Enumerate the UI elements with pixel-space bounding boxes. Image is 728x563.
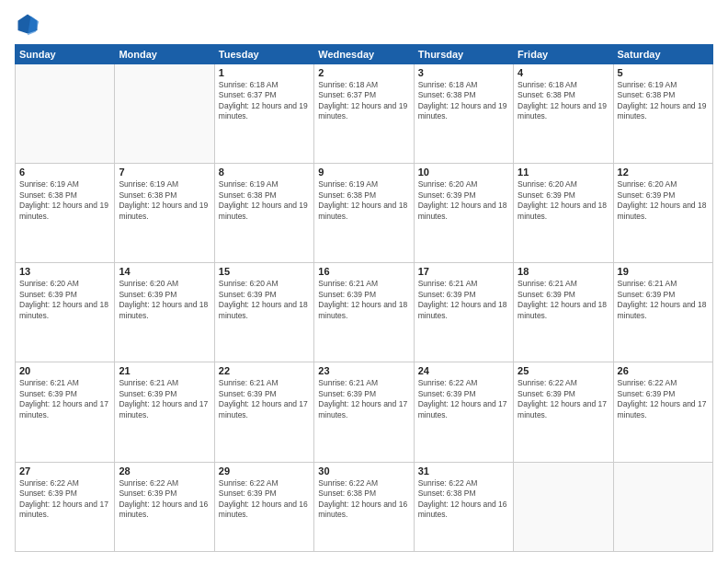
day-info: Sunrise: 6:20 AM Sunset: 6:39 PM Dayligh… — [518, 179, 609, 222]
calendar-cell: 1Sunrise: 6:18 AM Sunset: 6:37 PM Daylig… — [214, 64, 313, 164]
calendar-cell: 28Sunrise: 6:22 AM Sunset: 6:39 PM Dayli… — [115, 462, 214, 551]
day-number: 1 — [219, 67, 310, 78]
calendar-cell: 22Sunrise: 6:21 AM Sunset: 6:39 PM Dayli… — [214, 362, 313, 462]
day-number: 26 — [618, 365, 709, 376]
weekday-header-thursday: Thursday — [414, 45, 513, 64]
calendar-cell: 19Sunrise: 6:21 AM Sunset: 6:39 PM Dayli… — [613, 263, 712, 362]
day-number: 3 — [418, 67, 509, 78]
day-info: Sunrise: 6:22 AM Sunset: 6:38 PM Dayligh… — [318, 478, 409, 521]
calendar-cell: 27Sunrise: 6:22 AM Sunset: 6:39 PM Dayli… — [16, 462, 115, 551]
day-info: Sunrise: 6:20 AM Sunset: 6:39 PM Dayligh… — [119, 279, 210, 321]
calendar-cell: 30Sunrise: 6:22 AM Sunset: 6:38 PM Dayli… — [314, 462, 414, 551]
calendar-cell: 13Sunrise: 6:20 AM Sunset: 6:39 PM Dayli… — [16, 263, 115, 362]
day-number: 30 — [318, 465, 409, 477]
calendar-cell: 15Sunrise: 6:20 AM Sunset: 6:39 PM Dayli… — [214, 263, 313, 362]
calendar-cell — [514, 462, 613, 551]
calendar-cell: 18Sunrise: 6:21 AM Sunset: 6:39 PM Dayli… — [514, 263, 613, 362]
day-info: Sunrise: 6:22 AM Sunset: 6:39 PM Dayligh… — [518, 378, 609, 420]
logo — [15, 11, 44, 37]
day-info: Sunrise: 6:18 AM Sunset: 6:38 PM Dayligh… — [518, 80, 609, 122]
day-info: Sunrise: 6:18 AM Sunset: 6:37 PM Dayligh… — [219, 80, 310, 122]
day-number: 14 — [119, 266, 210, 277]
day-number: 8 — [219, 167, 310, 178]
calendar-cell: 20Sunrise: 6:21 AM Sunset: 6:39 PM Dayli… — [16, 362, 115, 462]
week-row-3: 20Sunrise: 6:21 AM Sunset: 6:39 PM Dayli… — [16, 362, 713, 462]
day-info: Sunrise: 6:21 AM Sunset: 6:39 PM Dayligh… — [518, 279, 609, 321]
calendar-cell: 7Sunrise: 6:19 AM Sunset: 6:38 PM Daylig… — [115, 164, 214, 263]
weekday-header-friday: Friday — [514, 45, 613, 64]
day-info: Sunrise: 6:20 AM Sunset: 6:39 PM Dayligh… — [219, 279, 310, 321]
calendar-cell: 26Sunrise: 6:22 AM Sunset: 6:39 PM Dayli… — [613, 362, 712, 462]
day-info: Sunrise: 6:19 AM Sunset: 6:38 PM Dayligh… — [318, 179, 409, 222]
calendar-cell: 31Sunrise: 6:22 AM Sunset: 6:38 PM Dayli… — [414, 462, 513, 551]
day-number: 28 — [119, 465, 210, 477]
day-number: 25 — [518, 365, 609, 376]
day-number: 13 — [19, 266, 110, 277]
day-info: Sunrise: 6:21 AM Sunset: 6:39 PM Dayligh… — [618, 279, 709, 321]
day-number: 29 — [219, 465, 310, 477]
weekday-header-sunday: Sunday — [16, 45, 115, 64]
day-number: 16 — [318, 266, 409, 277]
week-row-2: 13Sunrise: 6:20 AM Sunset: 6:39 PM Dayli… — [16, 263, 713, 362]
week-row-4: 27Sunrise: 6:22 AM Sunset: 6:39 PM Dayli… — [16, 462, 713, 551]
day-info: Sunrise: 6:22 AM Sunset: 6:39 PM Dayligh… — [119, 478, 210, 521]
day-number: 5 — [618, 67, 709, 78]
calendar-cell: 21Sunrise: 6:21 AM Sunset: 6:39 PM Dayli… — [115, 362, 214, 462]
calendar-cell: 9Sunrise: 6:19 AM Sunset: 6:38 PM Daylig… — [314, 164, 414, 263]
day-info: Sunrise: 6:21 AM Sunset: 6:39 PM Dayligh… — [418, 279, 509, 321]
calendar-cell: 14Sunrise: 6:20 AM Sunset: 6:39 PM Dayli… — [115, 263, 214, 362]
calendar-cell: 16Sunrise: 6:21 AM Sunset: 6:39 PM Dayli… — [314, 263, 414, 362]
day-info: Sunrise: 6:21 AM Sunset: 6:39 PM Dayligh… — [119, 378, 210, 420]
day-number: 4 — [518, 67, 609, 78]
weekday-header-saturday: Saturday — [613, 45, 712, 64]
calendar-table: SundayMondayTuesdayWednesdayThursdayFrid… — [15, 44, 713, 552]
day-number: 31 — [418, 465, 509, 477]
day-info: Sunrise: 6:21 AM Sunset: 6:39 PM Dayligh… — [318, 279, 409, 321]
day-info: Sunrise: 6:22 AM Sunset: 6:38 PM Dayligh… — [418, 478, 509, 521]
header — [15, 11, 713, 37]
calendar-cell: 23Sunrise: 6:21 AM Sunset: 6:39 PM Dayli… — [314, 362, 414, 462]
day-info: Sunrise: 6:21 AM Sunset: 6:39 PM Dayligh… — [219, 378, 310, 420]
day-number: 2 — [318, 67, 409, 78]
day-info: Sunrise: 6:22 AM Sunset: 6:39 PM Dayligh… — [418, 378, 509, 420]
day-number: 15 — [219, 266, 310, 277]
day-number: 24 — [418, 365, 509, 376]
week-row-1: 6Sunrise: 6:19 AM Sunset: 6:38 PM Daylig… — [16, 164, 713, 263]
day-number: 19 — [618, 266, 709, 277]
calendar-cell: 24Sunrise: 6:22 AM Sunset: 6:39 PM Dayli… — [414, 362, 513, 462]
logo-icon — [15, 11, 40, 37]
day-info: Sunrise: 6:20 AM Sunset: 6:39 PM Dayligh… — [19, 279, 110, 321]
calendar-cell: 10Sunrise: 6:20 AM Sunset: 6:39 PM Dayli… — [414, 164, 513, 263]
day-info: Sunrise: 6:18 AM Sunset: 6:37 PM Dayligh… — [318, 80, 409, 122]
calendar-cell: 3Sunrise: 6:18 AM Sunset: 6:38 PM Daylig… — [414, 64, 513, 164]
day-info: Sunrise: 6:19 AM Sunset: 6:38 PM Dayligh… — [618, 80, 709, 122]
day-info: Sunrise: 6:20 AM Sunset: 6:39 PM Dayligh… — [618, 179, 709, 222]
calendar-cell: 12Sunrise: 6:20 AM Sunset: 6:39 PM Dayli… — [613, 164, 712, 263]
calendar-cell — [115, 64, 214, 164]
calendar-cell: 4Sunrise: 6:18 AM Sunset: 6:38 PM Daylig… — [514, 64, 613, 164]
day-info: Sunrise: 6:19 AM Sunset: 6:38 PM Dayligh… — [219, 179, 310, 222]
day-info: Sunrise: 6:21 AM Sunset: 6:39 PM Dayligh… — [318, 378, 409, 420]
calendar-cell: 17Sunrise: 6:21 AM Sunset: 6:39 PM Dayli… — [414, 263, 513, 362]
calendar-cell: 5Sunrise: 6:19 AM Sunset: 6:38 PM Daylig… — [613, 64, 712, 164]
calendar-cell: 25Sunrise: 6:22 AM Sunset: 6:39 PM Dayli… — [514, 362, 613, 462]
day-number: 22 — [219, 365, 310, 376]
day-number: 10 — [418, 167, 509, 178]
day-number: 9 — [318, 167, 409, 178]
weekday-header-tuesday: Tuesday — [214, 45, 313, 64]
day-info: Sunrise: 6:22 AM Sunset: 6:39 PM Dayligh… — [618, 378, 709, 420]
day-info: Sunrise: 6:19 AM Sunset: 6:38 PM Dayligh… — [119, 179, 210, 222]
day-number: 12 — [618, 167, 709, 178]
calendar-cell — [613, 462, 712, 551]
day-info: Sunrise: 6:18 AM Sunset: 6:38 PM Dayligh… — [418, 80, 509, 122]
calendar-cell: 8Sunrise: 6:19 AM Sunset: 6:38 PM Daylig… — [214, 164, 313, 263]
calendar-cell: 2Sunrise: 6:18 AM Sunset: 6:37 PM Daylig… — [314, 64, 414, 164]
calendar-cell: 29Sunrise: 6:22 AM Sunset: 6:39 PM Dayli… — [214, 462, 313, 551]
day-info: Sunrise: 6:19 AM Sunset: 6:38 PM Dayligh… — [19, 179, 110, 222]
day-number: 6 — [19, 167, 110, 178]
week-row-0: 1Sunrise: 6:18 AM Sunset: 6:37 PM Daylig… — [16, 64, 713, 164]
day-info: Sunrise: 6:20 AM Sunset: 6:39 PM Dayligh… — [418, 179, 509, 222]
weekday-header-row: SundayMondayTuesdayWednesdayThursdayFrid… — [16, 45, 713, 64]
calendar-cell: 11Sunrise: 6:20 AM Sunset: 6:39 PM Dayli… — [514, 164, 613, 263]
day-number: 21 — [119, 365, 210, 376]
